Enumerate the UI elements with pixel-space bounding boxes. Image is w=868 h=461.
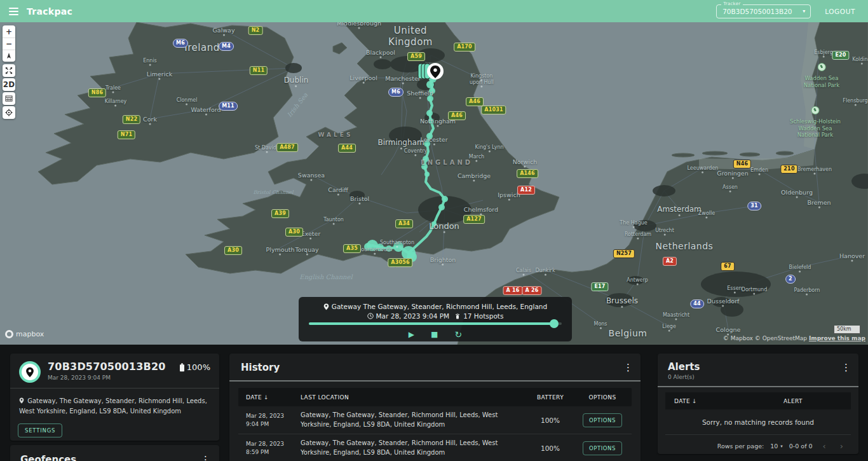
playback-slider-fill xyxy=(309,322,554,325)
2d-toggle-button[interactable]: 2D xyxy=(3,78,15,90)
fullscreen-icon xyxy=(5,67,13,74)
row-date: Mar 28, 2023 8:59 PM xyxy=(238,440,295,455)
hotspot-icon xyxy=(454,313,461,319)
clock-icon xyxy=(367,313,374,319)
tracker-battery: 100% xyxy=(187,362,210,372)
tracker-timestamp: Mar 28, 2023 9:04 PM xyxy=(48,375,166,381)
rows-per-page-select[interactable]: 10 ▾ xyxy=(770,443,783,450)
menu-icon[interactable] xyxy=(1,0,25,22)
pin-icon xyxy=(25,367,34,378)
sort-arrow-icon: ↓ xyxy=(692,398,697,404)
tracker-card: 70B3D57050013B20 Mar 28, 2023 9:04 PM 10… xyxy=(10,354,219,441)
improve-map-link[interactable]: Improve this map xyxy=(809,335,865,341)
map-scale-bar: 50km xyxy=(834,326,860,334)
options-button[interactable]: OPTIONS xyxy=(583,413,622,427)
pagination-range: 0-0 of 0 xyxy=(789,443,813,450)
row-location: Gateway, The Gateway, Steander, Richmond… xyxy=(295,439,527,457)
geofences-card: Geofences ⋮ xyxy=(10,445,219,461)
row-options-cell: OPTIONS xyxy=(573,441,632,455)
options-button[interactable]: OPTIONS xyxy=(583,441,622,455)
previous-page-button[interactable]: ‹ xyxy=(819,441,830,451)
history-menu-icon[interactable]: ⋮ xyxy=(620,361,637,375)
fullscreen-button[interactable] xyxy=(3,64,15,76)
grid-icon xyxy=(5,95,13,102)
zoom-in-button[interactable]: + xyxy=(3,25,15,38)
map-canvas xyxy=(0,22,868,345)
alerts-title: Alerts xyxy=(658,354,858,373)
gear-icon xyxy=(5,109,13,116)
history-card: History ⋮ DATE↓ LAST LOCATION BATTERY OP… xyxy=(229,354,641,461)
column-date[interactable]: DATE↓ xyxy=(665,398,735,404)
alerts-empty-message: Sorry, no matching records found xyxy=(665,409,851,435)
settings-button[interactable]: SETTINGS xyxy=(18,423,62,437)
fullscreen-control xyxy=(3,64,15,77)
alerts-count: 0 Alert(s) xyxy=(658,373,858,386)
tracker-address-text: Gateway, The Gateway, Steander, Richmond… xyxy=(19,397,207,415)
table-layers-button[interactable] xyxy=(3,92,15,104)
geofences-menu-icon[interactable]: ⋮ xyxy=(197,453,214,461)
row-location: Gateway, The Gateway, Steander, Richmond… xyxy=(295,411,527,429)
2d-control: 2D xyxy=(3,78,15,91)
column-options: OPTIONS xyxy=(573,394,632,401)
tracker-address: Gateway, The Gateway, Steander, Richmond… xyxy=(10,389,219,416)
alerts-table-header: DATE↓ ALERT xyxy=(665,392,851,409)
sort-arrow-icon: ↓ xyxy=(264,394,269,401)
tracker-id: 70B3D57050013B20 xyxy=(48,361,166,373)
history-table-body: Mar 28, 2023 9:04 PMGateway, The Gateway… xyxy=(238,406,632,461)
next-page-button[interactable]: › xyxy=(836,441,847,451)
column-battery[interactable]: BATTERY xyxy=(527,394,573,401)
compass-icon xyxy=(5,52,13,60)
playback-timestamp: Mar 28, 2023 9:04 PM xyxy=(376,312,450,320)
table-row: Mar 28, 2023 9:04 PMGateway, The Gateway… xyxy=(238,406,632,434)
tracker-select-value: 70B3D57050013B20 xyxy=(722,8,792,15)
gear-button[interactable] xyxy=(3,106,15,118)
alerts-menu-icon[interactable]: ⋮ xyxy=(837,361,855,375)
chevron-down-icon: ▾ xyxy=(803,8,805,14)
stop-button[interactable]: ■ xyxy=(430,330,439,339)
layers-control xyxy=(3,92,15,105)
history-table-header: DATE↓ LAST LOCATION BATTERY OPTIONS xyxy=(238,388,632,406)
bottom-panels: 70B3D57050013B20 Mar 28, 2023 9:04 PM 10… xyxy=(0,345,868,461)
settings-control xyxy=(3,106,15,119)
tracker-avatar xyxy=(19,361,41,383)
geofences-title: Geofences xyxy=(10,445,219,461)
map-zoom-controls: + − xyxy=(3,25,15,62)
row-date: Mar 28, 2023 9:04 PM xyxy=(238,412,295,427)
column-last-location[interactable]: LAST LOCATION xyxy=(295,394,527,401)
landmass-isle-of-man xyxy=(333,43,347,54)
playback-slider-thumb[interactable] xyxy=(550,319,559,328)
landmass-ireland xyxy=(38,22,294,184)
map[interactable]: UnitedKingdomIrelandNetherlandsBelgiumEN… xyxy=(0,22,868,345)
pin-icon xyxy=(19,398,26,405)
history-title: History xyxy=(229,354,641,380)
rows-per-page-label: Rows per page: xyxy=(717,443,764,450)
app-title: Trackpac xyxy=(27,6,72,17)
column-date[interactable]: DATE↓ xyxy=(238,394,295,401)
battery-icon xyxy=(179,363,185,372)
column-alert[interactable]: ALERT xyxy=(735,398,851,404)
playback-slider[interactable] xyxy=(309,322,562,325)
location-marker-icon[interactable] xyxy=(418,63,444,79)
table-row: Mar 28, 2023 8:59 PMGateway, The Gateway… xyxy=(238,434,632,461)
playback-hotspots: 17 Hotspots xyxy=(463,312,503,320)
pin-icon xyxy=(323,303,329,310)
playback-location: Gateway The Gateway, Steander, Richmond … xyxy=(332,303,547,311)
row-battery: 100% xyxy=(527,444,573,452)
alerts-card: Alerts 0 Alert(s) ⋮ DATE↓ ALERT Sorry, n… xyxy=(658,354,858,454)
play-button[interactable]: ▶ xyxy=(407,330,416,339)
compass-button[interactable] xyxy=(3,50,15,62)
alerts-pagination: Rows per page: 10 ▾ 0-0 of 0 ‹ › xyxy=(665,435,851,451)
logout-button[interactable]: LOGOUT xyxy=(820,4,860,19)
replay-button[interactable]: ↻ xyxy=(453,330,463,339)
app-header: Trackpac Tracker 70B3D57050013B20 ▾ LOGO… xyxy=(0,0,868,22)
tracker-select-label: Tracker xyxy=(721,1,742,6)
map-attribution: © Mapbox © OpenStreetMap Improve this ma… xyxy=(723,335,865,341)
row-options-cell: OPTIONS xyxy=(573,413,632,427)
tracker-select[interactable]: Tracker 70B3D57050013B20 ▾ xyxy=(716,4,811,18)
zoom-out-button[interactable]: − xyxy=(3,38,15,50)
row-battery: 100% xyxy=(527,416,573,424)
playback-panel: Gateway The Gateway, Steander, Richmond … xyxy=(299,297,572,341)
chevron-down-icon: ▾ xyxy=(780,444,783,449)
attribution-copyright[interactable]: © Mapbox © OpenStreetMap xyxy=(723,335,809,341)
